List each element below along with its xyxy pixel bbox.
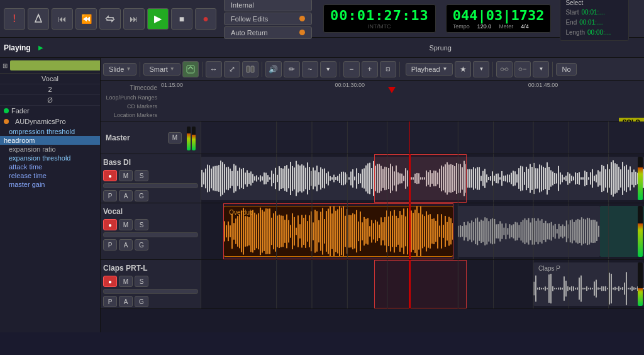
- master-m-btn[interactable]: M: [168, 132, 182, 144]
- vocal-right-region[interactable]: [458, 206, 599, 257]
- smart-tool-btn[interactable]: [182, 61, 199, 77]
- unlink-btn[interactable]: [514, 61, 531, 77]
- claps-s-btn[interactable]: S: [135, 276, 148, 287]
- loop-punch-row: Loop/Punch Ranges: [101, 93, 644, 102]
- claps-track-row: Claps PRT-L ● M S P A G: [101, 260, 644, 309]
- vocal-p-btn[interactable]: P: [103, 239, 117, 251]
- claps-g-btn[interactable]: G: [135, 296, 148, 307]
- bass-di-a-btn[interactable]: A: [119, 190, 133, 201]
- vocal-upper-btns: ● M S: [103, 219, 198, 230]
- bass-di-s-btn[interactable]: S: [135, 170, 148, 181]
- vocal-m-btn[interactable]: M: [119, 219, 133, 230]
- star-dropdown-btn[interactable]: ▼: [473, 61, 489, 77]
- headroom-item[interactable]: headroom: [0, 136, 100, 145]
- smart-btn[interactable]: Smart ▼: [143, 63, 180, 76]
- exclamation-btn[interactable]: !: [4, 8, 25, 30]
- zoom-in-btn[interactable]: +: [362, 61, 378, 77]
- no-btn[interactable]: No: [556, 63, 576, 76]
- master-track-name: Master: [106, 132, 130, 144]
- pencil-btn[interactable]: ✏: [284, 61, 300, 77]
- svg-rect-4: [251, 66, 254, 72]
- svg-rect-5: [501, 68, 504, 70]
- timecode-sub: INT/MTC: [330, 23, 429, 30]
- loop-btn[interactable]: [99, 8, 121, 30]
- plugin-btn[interactable]: AUDynamicsPro: [0, 116, 100, 127]
- release-time-item[interactable]: release time: [0, 171, 100, 180]
- claps-fader-row: [103, 289, 198, 294]
- bar-display: 044|03|1732 Tempo 120.0 Meter 4/4: [446, 4, 552, 33]
- internal-btn[interactable]: Internal: [224, 0, 312, 11]
- volume-btn[interactable]: 🔊: [265, 61, 282, 77]
- fader-label: Fader: [11, 107, 30, 115]
- claps-p-btn[interactable]: P: [103, 296, 117, 307]
- zoom-out-btn[interactable]: −: [343, 61, 360, 77]
- expansion-ratio-item[interactable]: expansion ratio: [0, 145, 100, 154]
- trim-btn[interactable]: ↔: [206, 61, 222, 77]
- bass-di-name: Bass DI: [103, 157, 131, 168]
- search-input[interactable]: [10, 60, 101, 70]
- master-gain-item[interactable]: master gain: [0, 180, 100, 189]
- follow-edits-btn[interactable]: Follow Edits: [224, 13, 312, 25]
- stop-btn[interactable]: ■: [171, 8, 192, 30]
- rewind-start-btn[interactable]: ⏮: [52, 8, 73, 30]
- bass-di-g-btn[interactable]: G: [135, 190, 148, 201]
- claps-region[interactable]: Claps P: [533, 262, 644, 306]
- smart2-btn[interactable]: ~: [302, 61, 318, 77]
- left-panel-top: ⊞ ✕: [0, 58, 100, 74]
- vocal-track-name: Vocal: [103, 206, 123, 217]
- expand-btn[interactable]: ⤢: [224, 61, 240, 77]
- star-btn[interactable]: ★: [455, 61, 471, 77]
- toolbar-sep-5: [399, 62, 400, 77]
- bass-di-region[interactable]: // Will be generated below: [201, 157, 644, 200]
- slide-btn[interactable]: Slide ▼: [103, 63, 136, 76]
- claps-record-btn[interactable]: ●: [103, 276, 117, 287]
- attack-time-item[interactable]: attack time: [0, 162, 100, 171]
- forward-end-btn[interactable]: ⏭: [123, 8, 145, 30]
- meter-value: 4/4: [521, 23, 529, 30]
- collapse-icon[interactable]: ⊞: [3, 62, 8, 69]
- claps-lower-btns: P A G: [103, 296, 198, 307]
- vocal-record-btn[interactable]: ●: [103, 219, 117, 230]
- auto-return-btn[interactable]: Auto Return: [224, 26, 312, 39]
- expansion-threshold-item[interactable]: expansion threshold: [0, 154, 100, 162]
- claps-a-btn[interactable]: A: [119, 296, 133, 307]
- bass-di-m-btn[interactable]: M: [119, 170, 133, 181]
- claps-playhead: [409, 260, 411, 308]
- master-track-controls: Master M: [101, 121, 201, 154]
- link-dropdown-btn[interactable]: ▼: [533, 61, 549, 77]
- follow-edits-led: [299, 16, 305, 21]
- vocal-a-btn[interactable]: A: [119, 239, 133, 251]
- vocal-overdub-region[interactable]: Overdub: [223, 206, 453, 257]
- play-btn[interactable]: ▶: [147, 8, 169, 30]
- record-btn[interactable]: ●: [195, 8, 216, 30]
- bass-di-vu: [638, 157, 643, 200]
- vocal-region-label: Overdub: [226, 208, 255, 217]
- zoom-fit-btn[interactable]: ⊡: [380, 61, 396, 77]
- more-tools-btn[interactable]: ▼: [320, 61, 336, 77]
- cd-markers-row: CD Markers: [101, 102, 644, 111]
- shuffle-btn[interactable]: [242, 61, 258, 77]
- bass-di-p-btn[interactable]: P: [103, 190, 117, 201]
- playhead-select[interactable]: Playhead ▼: [406, 63, 453, 76]
- master-track-row: Master M: [101, 121, 644, 154]
- master-track-content: [201, 121, 644, 154]
- claps-m-btn[interactable]: M: [119, 276, 133, 287]
- fader-btn[interactable]: Fader: [0, 106, 100, 116]
- vocal-s-btn[interactable]: S: [135, 219, 148, 230]
- compression-threshold-item[interactable]: ompression threshold: [0, 127, 100, 136]
- bass-di-fader[interactable]: [103, 183, 198, 188]
- tempo-meter-row: Tempo 120.0 Meter 4/4: [453, 23, 545, 30]
- metronome-btn[interactable]: [28, 8, 49, 30]
- vocal-fader[interactable]: [103, 232, 198, 237]
- claps-upper-btns: ● M S: [103, 276, 198, 287]
- location-markers-label: Location Markers: [104, 112, 161, 118]
- timeline-area: Slide ▼ Smart ▼ ↔ ⤢: [101, 58, 644, 332]
- rewind-btn[interactable]: ⏪: [75, 8, 97, 30]
- claps-vu: [638, 262, 643, 306]
- vocal-g-btn[interactable]: G: [135, 239, 148, 251]
- link-btn[interactable]: [496, 61, 513, 77]
- claps-fader[interactable]: [103, 289, 198, 294]
- claps-track-content: Claps P: [201, 260, 644, 308]
- bass-di-record-btn[interactable]: ●: [103, 170, 117, 181]
- toolbar-sep-2: [202, 62, 203, 77]
